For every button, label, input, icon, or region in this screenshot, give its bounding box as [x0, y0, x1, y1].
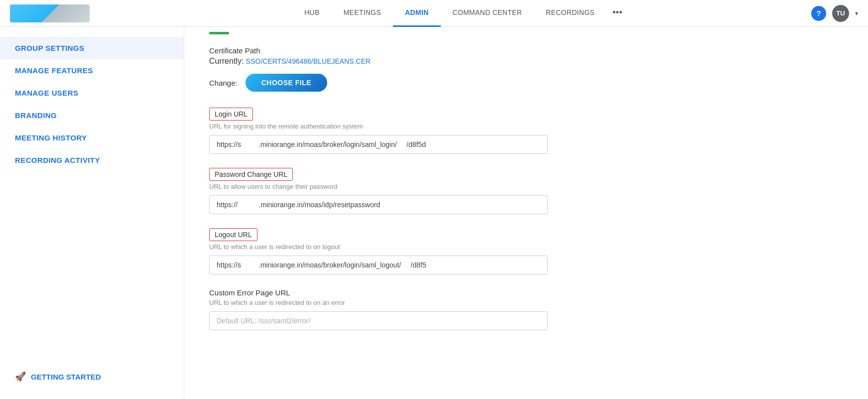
top-nav: HUB MEETINGS ADMIN COMMAND CENTER RECORD… — [0, 0, 868, 27]
change-row: Change: CHOOSE FILE — [209, 74, 843, 92]
sidebar-item-getting-started[interactable]: 🚀 GETTING STARTED — [0, 364, 184, 389]
nav-right: ? TU ▾ — [811, 5, 858, 22]
change-label: Change: — [209, 79, 238, 87]
nav-command-center[interactable]: COMMAND CENTER — [441, 0, 534, 27]
logo — [10, 4, 90, 22]
nav-recordings[interactable]: RECORDINGS — [534, 0, 607, 27]
sidebar-item-branding[interactable]: BRANDING — [0, 104, 184, 127]
password-change-url-section: Password Change URL URL to allow users t… — [209, 168, 843, 214]
custom-error-url-section: Custom Error Page URL URL to which a use… — [209, 288, 843, 330]
custom-error-url-description: URL to which a user is redirected to on … — [209, 299, 843, 306]
sidebar-item-group-settings[interactable]: GROUP SETTINGS — [0, 37, 184, 59]
certificate-path-current: Currently: SSO/CERTS/496486/BLUEJEANS.CE… — [209, 57, 843, 66]
sidebar-item-recording-activity[interactable]: RECORDING ACTIVITY — [0, 149, 184, 171]
sidebar: GROUP SETTINGS MANAGE FEATURES MANAGE US… — [0, 27, 184, 399]
certificate-path-value[interactable]: SSO/CERTS/496486/BLUEJEANS.CER — [246, 57, 371, 65]
help-button[interactable]: ? — [811, 6, 826, 21]
password-change-url-label: Password Change URL — [209, 168, 293, 181]
certificate-path-label: Certificate Path — [209, 46, 843, 55]
logout-url-description: URL to which a user is redirected to on … — [209, 243, 843, 251]
nav-hub[interactable]: HUB — [292, 0, 331, 27]
rocket-icon: 🚀 — [15, 371, 26, 382]
logout-url-section: Logout URL URL to which a user is redire… — [209, 228, 843, 274]
nav-links: HUB MEETINGS ADMIN COMMAND CENTER RECORD… — [110, 0, 811, 27]
login-url-input[interactable] — [209, 135, 548, 154]
certificate-path-section: Certificate Path Currently: SSO/CERTS/49… — [209, 46, 843, 92]
password-change-url-description: URL to allow users to change their passw… — [209, 183, 843, 190]
choose-file-button[interactable]: CHOOSE FILE — [246, 74, 327, 92]
nav-more[interactable]: ••• — [607, 0, 628, 27]
logout-url-label: Logout URL — [209, 228, 257, 241]
indicator-bar — [209, 32, 229, 34]
login-url-label: Login URL — [209, 108, 253, 121]
avatar-caret[interactable]: ▾ — [855, 10, 858, 17]
nav-admin[interactable]: ADMIN — [393, 0, 440, 27]
login-url-description: URL for signing into the remote authenti… — [209, 123, 843, 130]
sidebar-item-manage-users[interactable]: MANAGE USERS — [0, 82, 184, 104]
custom-error-url-label: Custom Error Page URL — [209, 288, 843, 297]
nav-meetings[interactable]: MEETINGS — [332, 0, 393, 27]
layout: GROUP SETTINGS MANAGE FEATURES MANAGE US… — [0, 27, 868, 399]
sidebar-item-meeting-history[interactable]: MEETING HISTORY — [0, 127, 184, 149]
currently-prefix: Currently: — [209, 57, 244, 65]
logout-url-input[interactable] — [209, 256, 548, 274]
sidebar-item-manage-features[interactable]: MANAGE FEATURES — [0, 59, 184, 82]
password-change-url-input[interactable] — [209, 195, 548, 214]
login-url-section: Login URL URL for signing into the remot… — [209, 108, 843, 154]
avatar[interactable]: TU — [832, 5, 849, 22]
getting-started-label: GETTING STARTED — [31, 373, 101, 381]
main-content: Certificate Path Currently: SSO/CERTS/49… — [184, 27, 868, 399]
custom-error-url-input[interactable] — [209, 311, 548, 330]
